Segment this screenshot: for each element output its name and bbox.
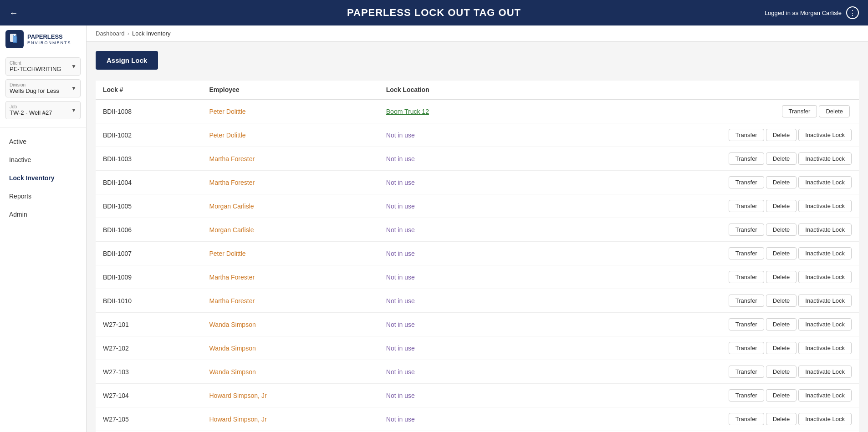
inactivate-lock-button[interactable]: Inactivate Lock: [798, 271, 852, 283]
transfer-button[interactable]: Transfer: [729, 366, 764, 378]
transfer-button[interactable]: Transfer: [729, 152, 764, 165]
employee-cell: Martha Forester: [202, 289, 379, 313]
transfer-button[interactable]: Transfer: [729, 176, 764, 188]
lock-num-cell: BDII-1005: [96, 194, 202, 218]
transfer-button[interactable]: Transfer: [729, 318, 764, 330]
actions-cell: TransferDeleteInactivate Lock: [521, 289, 859, 313]
location-not-in-use: Not in use: [386, 392, 415, 399]
location-cell: Not in use: [379, 360, 521, 384]
page-body: Assign Lock Lock # Employee Lock Locatio…: [87, 42, 868, 432]
delete-button[interactable]: Delete: [766, 247, 797, 259]
table-row: BDII-1008Peter DolittleBoom Truck 12Tran…: [96, 99, 859, 123]
delete-button[interactable]: Delete: [766, 271, 797, 283]
delete-button[interactable]: Delete: [766, 295, 797, 307]
delete-button[interactable]: Delete: [766, 366, 797, 378]
header: ← PAPERLESS LOCK OUT TAG OUT Logged in a…: [0, 0, 868, 25]
employee-cell: Peter Dolittle: [202, 99, 379, 123]
location-not-in-use: Not in use: [386, 368, 415, 376]
employee-cell: Wanda Simpson: [202, 360, 379, 384]
client-dropdown-arrow: ▼: [71, 63, 77, 70]
lock-num-cell: W27-102: [96, 336, 202, 360]
assign-lock-button[interactable]: Assign Lock: [96, 51, 158, 70]
transfer-button[interactable]: Transfer: [729, 224, 764, 236]
location-cell: Not in use: [379, 407, 521, 431]
table-row: BDII-1009Martha ForesterNot in useTransf…: [96, 265, 859, 289]
job-dropdown-arrow: ▼: [71, 107, 77, 113]
lock-num-cell: BDII-1006: [96, 218, 202, 242]
logo-sub: ENVIRONMENTS: [27, 41, 71, 45]
lock-num-cell: BDII-1002: [96, 123, 202, 147]
delete-button[interactable]: Delete: [766, 389, 797, 402]
transfer-button[interactable]: Transfer: [729, 129, 764, 141]
inactivate-lock-button[interactable]: Inactivate Lock: [798, 247, 852, 259]
inactivate-lock-button[interactable]: Inactivate Lock: [798, 176, 852, 188]
logo-icon: [5, 30, 24, 48]
inactivate-lock-button[interactable]: Inactivate Lock: [798, 413, 852, 425]
transfer-button[interactable]: Transfer: [729, 342, 764, 354]
actions-cell: TransferDeleteInactivate Lock: [521, 336, 859, 360]
transfer-button[interactable]: Transfer: [729, 247, 764, 259]
location-cell: Not in use: [379, 313, 521, 336]
location-cell: Not in use: [379, 147, 521, 171]
delete-button[interactable]: Delete: [766, 413, 797, 425]
job-label: Job: [10, 104, 52, 109]
inactivate-lock-button[interactable]: Inactivate Lock: [798, 152, 852, 165]
transfer-button[interactable]: Transfer: [782, 105, 817, 117]
delete-button[interactable]: Delete: [766, 200, 797, 212]
breadcrumb-dashboard[interactable]: Dashboard: [96, 30, 125, 37]
sidebar-item-lock-inventory[interactable]: Lock Inventory: [0, 169, 86, 187]
location-not-in-use: Not in use: [386, 321, 415, 328]
menu-dots-button[interactable]: ⋮: [846, 6, 859, 19]
actions-cell: TransferDeleteInactivate Lock: [521, 123, 859, 147]
sidebar-item-active[interactable]: Active: [0, 132, 86, 151]
transfer-button[interactable]: Transfer: [729, 413, 764, 425]
job-dropdown[interactable]: Job TW-2 - Well #27 ▼: [5, 101, 81, 119]
inactivate-lock-button[interactable]: Inactivate Lock: [798, 224, 852, 236]
sidebar-dropdowns: Client PE-TECHWRITING ▼ Division Wells D…: [0, 53, 86, 128]
table-row: W27-101Wanda SimpsonNot in useTransferDe…: [96, 313, 859, 336]
transfer-button[interactable]: Transfer: [729, 200, 764, 212]
employee-cell: Morgan Carlisle: [202, 194, 379, 218]
delete-button[interactable]: Delete: [819, 105, 850, 117]
actions-cell: TransferDeleteInactivate Lock: [521, 313, 859, 336]
location-cell: Not in use: [379, 218, 521, 242]
sidebar-item-inactive[interactable]: Inactive: [0, 151, 86, 169]
client-dropdown[interactable]: Client PE-TECHWRITING ▼: [5, 57, 81, 76]
sidebar-item-reports[interactable]: Reports: [0, 187, 86, 205]
location-not-in-use: Not in use: [386, 155, 415, 163]
delete-button[interactable]: Delete: [766, 176, 797, 188]
inactivate-lock-button[interactable]: Inactivate Lock: [798, 318, 852, 330]
inactivate-lock-button[interactable]: Inactivate Lock: [798, 366, 852, 378]
employee-cell: Wanda Simpson: [202, 313, 379, 336]
lock-num-cell: W27-103: [96, 360, 202, 384]
transfer-button[interactable]: Transfer: [729, 295, 764, 307]
transfer-button[interactable]: Transfer: [729, 271, 764, 283]
col-lock-location: Lock Location: [379, 81, 521, 99]
employee-cell: Wanda Simpson: [202, 336, 379, 360]
location-link[interactable]: Boom Truck 12: [386, 108, 429, 115]
inactivate-lock-button[interactable]: Inactivate Lock: [798, 129, 852, 141]
user-info: Logged in as Morgan Carlisle ⋮: [765, 6, 859, 19]
breadcrumb: Dashboard › Lock Inventory: [87, 25, 868, 42]
delete-button[interactable]: Delete: [766, 152, 797, 165]
col-actions: [521, 81, 859, 99]
inactivate-lock-button[interactable]: Inactivate Lock: [798, 200, 852, 212]
sidebar-item-admin[interactable]: Admin: [0, 205, 86, 224]
back-button[interactable]: ←: [9, 8, 18, 18]
division-dropdown[interactable]: Division Wells Dug for Less ▼: [5, 79, 81, 97]
delete-button[interactable]: Delete: [766, 342, 797, 354]
inactivate-lock-button[interactable]: Inactivate Lock: [798, 342, 852, 354]
location-cell: Not in use: [379, 289, 521, 313]
transfer-button[interactable]: Transfer: [729, 389, 764, 402]
inactivate-lock-button[interactable]: Inactivate Lock: [798, 295, 852, 307]
location-cell: Not in use: [379, 336, 521, 360]
delete-button[interactable]: Delete: [766, 318, 797, 330]
delete-button[interactable]: Delete: [766, 224, 797, 236]
actions-cell: TransferDeleteInactivate Lock: [521, 242, 859, 265]
employee-cell: Howard Simpson, Jr: [202, 407, 379, 431]
inactivate-lock-button[interactable]: Inactivate Lock: [798, 389, 852, 402]
employee-cell: Morgan Carlisle: [202, 218, 379, 242]
actions-cell: TransferDeleteInactivate Lock: [521, 407, 859, 431]
delete-button[interactable]: Delete: [766, 129, 797, 141]
employee-cell: Howard Simpson, Jr: [202, 384, 379, 407]
